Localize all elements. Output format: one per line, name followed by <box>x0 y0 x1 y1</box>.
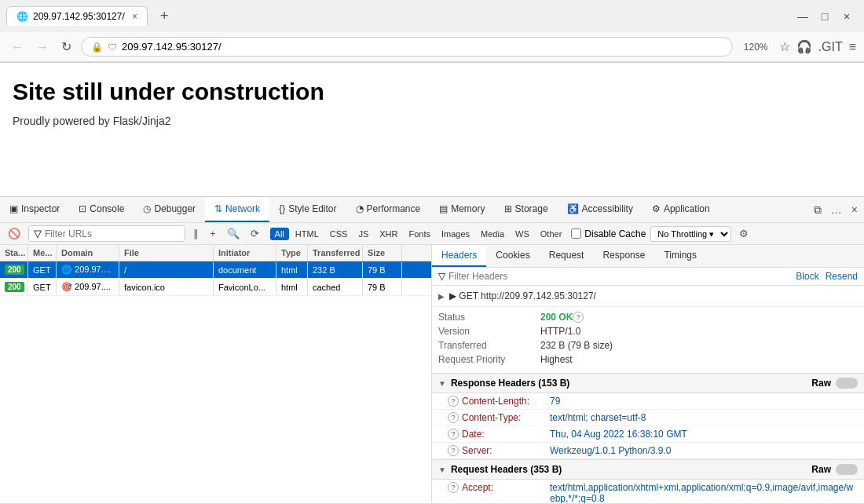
response-header-3: ? Server: Werkzeug/1.0.1 Python/3.9.0 <box>432 443 864 459</box>
request-row-1[interactable]: 200 GET 🎯 209.97.... favicon.ico Favicon… <box>0 279 431 296</box>
restore-button[interactable]: □ <box>817 9 833 24</box>
accessibility-icon: ♿ <box>567 203 579 214</box>
details-tab-headers[interactable]: Headers <box>432 245 486 267</box>
filter-url-input[interactable] <box>45 228 180 239</box>
address-input[interactable] <box>122 41 723 53</box>
tab-style-editor[interactable]: {} Style Editor <box>269 197 346 222</box>
filter-html[interactable]: HTML <box>291 228 324 240</box>
filter-fonts[interactable]: Fonts <box>404 228 435 240</box>
tab-inspector[interactable]: ▣ Inspector <box>0 197 69 222</box>
tab-performance[interactable]: ◔ Performance <box>346 197 430 222</box>
priority-value: Highest <box>540 354 573 365</box>
resend-button[interactable]: Resend <box>826 271 858 282</box>
clear-button[interactable]: 🚫 <box>5 226 24 241</box>
filter-images[interactable]: Images <box>437 228 474 240</box>
details-tab-request[interactable]: Request <box>540 245 594 267</box>
refresh-button[interactable]: ↻ <box>58 38 75 56</box>
size-1: 79 B <box>363 279 402 295</box>
memory-icon: ▤ <box>439 203 448 214</box>
status-help-icon[interactable]: ? <box>573 312 584 323</box>
extensions-label[interactable]: .GIT <box>818 40 843 54</box>
reset-button[interactable]: ⟳ <box>247 226 262 241</box>
close-button[interactable]: × <box>839 9 855 24</box>
tab-memory[interactable]: ▤ Memory <box>430 197 494 222</box>
tab-console[interactable]: ⊡ Console <box>69 197 134 222</box>
search-button[interactable]: 🔍 <box>224 226 243 241</box>
request-headers-title: Request Headers (353 B) <box>451 464 562 475</box>
bookmark-icon[interactable]: ☆ <box>779 39 790 54</box>
details-tab-timings[interactable]: Timings <box>654 245 706 267</box>
tab-application[interactable]: ⚙ Application <box>643 197 719 222</box>
version-value: HTTP/1.0 <box>540 326 580 337</box>
nav-bar: ← → ↻ 🔒 🛡 120% ☆ 🎧 .GIT ≡ <box>0 32 864 62</box>
rh-help-2[interactable]: ? <box>448 429 459 440</box>
requests-list: 200 GET 🌐 209.97.... / document html 232… <box>0 261 431 503</box>
rh-help-3[interactable]: ? <box>448 445 459 456</box>
more-button[interactable]: … <box>828 200 845 219</box>
network-icon: ⇅ <box>214 203 222 214</box>
devtools-close-button[interactable]: × <box>848 200 861 219</box>
response-raw-toggle[interactable] <box>836 378 858 389</box>
filter-js[interactable]: JS <box>353 228 373 240</box>
qh-help-0[interactable]: ? <box>448 482 459 493</box>
request-headers-section[interactable]: ▼ Request Headers (353 B) Raw <box>432 459 864 480</box>
filter-headers-icon: ▽ <box>438 271 445 282</box>
tab-debugger[interactable]: ◷ Debugger <box>134 197 205 222</box>
method-0: GET <box>28 262 57 278</box>
details-tab-bar: Headers Cookies Request Response Timings <box>432 245 864 268</box>
rh-help-1[interactable]: ? <box>448 412 459 423</box>
add-button[interactable]: + <box>207 226 219 241</box>
filter-other[interactable]: Other <box>536 228 567 240</box>
back-button[interactable]: ← <box>8 38 27 56</box>
filter-all[interactable]: All <box>270 228 289 240</box>
file-1: favicon.ico <box>119 279 214 295</box>
filter-xhr[interactable]: XHR <box>375 228 402 240</box>
menu-icon[interactable]: ≡ <box>849 40 856 54</box>
pocket-icon[interactable]: 🎧 <box>796 39 812 54</box>
col-transferred: Transferred <box>308 245 363 261</box>
dock-button[interactable]: ⧉ <box>811 200 825 220</box>
block-resend-actions: Block Resend <box>796 271 858 282</box>
rh-help-0[interactable]: ? <box>448 396 459 407</box>
initiator-1: FaviconLo... <box>214 279 276 295</box>
tab-close-button[interactable]: × <box>132 11 137 22</box>
tab-accessibility[interactable]: ♿ Accessibility <box>558 197 643 222</box>
request-raw-toggle[interactable] <box>836 464 858 475</box>
type-0: html <box>276 262 308 278</box>
pause-button[interactable]: ∥ <box>190 226 202 241</box>
browser-tab[interactable]: 🌐 209.97.142.95:30127/ × <box>6 6 148 26</box>
rh-name-1: ? Content-Type: <box>448 412 550 423</box>
col-domain: Domain <box>57 245 119 261</box>
response-header-2: ? Date: Thu, 04 Aug 2022 16:38:10 GMT <box>432 426 864 443</box>
tab-storage[interactable]: ⊞ Storage <box>495 197 558 222</box>
status-badge-0: 200 <box>5 265 24 275</box>
response-headers-section[interactable]: ▼ Response Headers (153 B) Raw <box>432 373 864 393</box>
request-row-0[interactable]: 200 GET 🌐 209.97.... / document html 232… <box>0 261 431 279</box>
status-row: Status 200 OK ? <box>438 312 858 323</box>
throttle-select[interactable]: No Throttling ▾ <box>650 226 731 242</box>
filter-headers-input[interactable] <box>448 271 793 282</box>
zoom-level[interactable]: 120% <box>739 40 773 54</box>
status-value: 200 OK <box>540 312 573 323</box>
details-tab-response[interactable]: Response <box>593 245 654 267</box>
response-header-0: ? Content-Length: 79 <box>432 393 864 410</box>
request-url-row[interactable]: ▶ ▶ GET http://209.97.142.95:30127/ <box>432 286 864 307</box>
transferred-row: Transferred 232 B (79 B size) <box>438 340 858 351</box>
filter-css[interactable]: CSS <box>325 228 353 240</box>
new-tab-button[interactable]: + <box>154 5 175 27</box>
disable-cache-label[interactable]: Disable Cache <box>571 228 646 239</box>
col-file: File <box>119 245 214 261</box>
minimize-button[interactable]: — <box>795 9 811 24</box>
inspector-icon: ▣ <box>9 203 18 214</box>
filter-media[interactable]: Media <box>476 228 509 240</box>
filter-headers-bar: ▽ Block Resend <box>432 268 864 286</box>
block-button[interactable]: Block <box>796 271 818 282</box>
network-settings-button[interactable]: ⚙ <box>736 226 752 241</box>
priority-row: Request Priority Highest <box>438 354 858 365</box>
disable-cache-checkbox[interactable] <box>571 228 581 239</box>
performance-icon: ◔ <box>356 203 364 214</box>
filter-ws[interactable]: WS <box>511 228 534 240</box>
forward-button[interactable]: → <box>33 38 52 56</box>
details-tab-cookies[interactable]: Cookies <box>486 245 539 267</box>
tab-network[interactable]: ⇅ Network <box>205 197 269 222</box>
